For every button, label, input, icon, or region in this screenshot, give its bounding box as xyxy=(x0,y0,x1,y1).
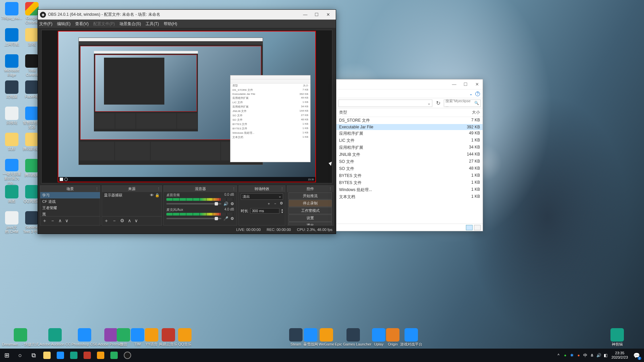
file-row[interactable]: Windows 批处理...1 KB xyxy=(336,186,483,193)
tray-icon[interactable]: ◧ xyxy=(602,349,609,362)
transition-remove-button[interactable]: － xyxy=(273,201,277,206)
scene-up-button[interactable]: ∧ xyxy=(58,218,62,224)
volume-slider[interactable] xyxy=(166,203,221,204)
explorer-search-input[interactable]: 搜索"Myeclipse ... 🔍 xyxy=(444,100,481,107)
add-scene-button[interactable]: ＋ xyxy=(42,218,47,224)
scene-item[interactable]: CF 逆战 xyxy=(40,198,100,205)
taskbar-app-icon[interactable] xyxy=(107,349,121,362)
toolbar-dropdown-icon[interactable]: ⌄ xyxy=(469,92,473,96)
file-row[interactable]: LIC 文件1 KB xyxy=(336,137,483,144)
cortana-button[interactable]: ○ xyxy=(13,349,27,362)
desktop-icon[interactable]: 回收站 xyxy=(2,107,21,133)
source-item[interactable]: 显示器捕获 👁 🔒 xyxy=(102,192,162,198)
control-button[interactable]: 退出 xyxy=(288,222,332,225)
desktop-icon[interactable]: Origin xyxy=(386,328,399,347)
control-button[interactable]: 设置 xyxy=(288,215,332,222)
gear-icon[interactable]: ⚙ xyxy=(230,201,234,206)
desktop-icon[interactable]: TIM xyxy=(131,328,144,347)
explorer-minimize-button[interactable]: — xyxy=(448,80,460,89)
menu-item[interactable]: 配置文件(P) xyxy=(93,21,115,27)
remove-scene-button[interactable]: － xyxy=(50,218,55,224)
remove-source-button[interactable]: － xyxy=(112,218,117,224)
taskbar-clock[interactable]: 23:35 2020/2/23 xyxy=(609,351,631,360)
desktop-icon[interactable]: Photoshop CS6 xyxy=(71,328,97,347)
maximize-button[interactable]: ☐ xyxy=(311,10,322,19)
desktop-icon[interactable]: 网易云音乐 xyxy=(159,328,177,347)
taskbar-explorer-icon[interactable] xyxy=(40,349,54,362)
file-row[interactable]: 文本文档1 KB xyxy=(336,193,483,200)
desktop-icon[interactable]: QQ音乐 xyxy=(178,328,192,347)
desktop-icon[interactable]: 游戏对战平台 xyxy=(400,328,422,347)
taskbar-app-icon[interactable] xyxy=(54,349,67,362)
tray-ime-icon[interactable]: 中 xyxy=(582,349,589,362)
desktop-icon[interactable]: 一键无损重新封装为 mp... xyxy=(2,159,21,185)
lock-icon[interactable]: 🔒 xyxy=(155,193,160,197)
file-row[interactable]: SO 文件48 KB xyxy=(336,165,483,172)
file-row[interactable]: JNILIB 文件144 KB xyxy=(336,151,483,158)
volume-slider[interactable] xyxy=(166,218,221,219)
desktop-icon[interactable]: WeGame xyxy=(319,328,334,347)
desktop-icon[interactable]: 此电脑 xyxy=(2,80,21,107)
file-row[interactable]: DS_STORE 文件7 KB xyxy=(336,117,483,124)
taskbar-obs-icon[interactable] xyxy=(121,349,134,362)
column-size[interactable]: 大小 xyxy=(453,110,480,115)
view-icons-button[interactable] xyxy=(474,225,481,230)
menu-item[interactable]: 查看(V) xyxy=(75,21,89,27)
speaker-icon[interactable]: 🔊 xyxy=(223,201,228,206)
source-down-button[interactable]: ∨ xyxy=(135,218,138,224)
scene-item[interactable]: 学习 xyxy=(40,192,100,198)
file-row[interactable]: 应用程序扩展49 KB xyxy=(336,130,483,137)
taskview-button[interactable]: ⧉ xyxy=(27,349,40,362)
taskbar-app-icon[interactable] xyxy=(67,349,80,362)
desktop-icon[interactable]: Steam xyxy=(289,328,303,347)
add-source-button[interactable]: ＋ xyxy=(104,218,109,224)
scene-down-button[interactable]: ∨ xyxy=(65,218,68,224)
transition-settings-button[interactable]: ⚙ xyxy=(280,201,283,206)
source-up-button[interactable]: ∧ xyxy=(128,218,131,224)
gear-icon[interactable]: ⚙ xyxy=(230,216,234,221)
desktop-icon[interactable]: 画图 xyxy=(2,185,21,211)
control-button[interactable]: 停止录制 xyxy=(288,200,332,207)
help-icon[interactable]: ? xyxy=(475,92,480,96)
duration-stepper[interactable]: ▴▾ xyxy=(281,208,283,214)
desktop-icon[interactable]: Dreamwe... - 快捷方式 xyxy=(2,328,39,347)
control-button[interactable]: 开始推流 xyxy=(288,192,332,199)
explorer-titlebar[interactable]: — ☐ ✕ xyxy=(336,79,483,89)
tray-volume-icon[interactable]: 🔊 xyxy=(595,349,602,362)
file-row[interactable]: 应用程序扩展34 KB xyxy=(336,144,483,151)
duration-input[interactable]: 300 ms xyxy=(250,208,279,214)
control-button[interactable]: 工作室模式 xyxy=(288,207,332,214)
desktop-icon[interactable]: Epic Games Launcher xyxy=(335,328,371,347)
explorer-maximize-button[interactable]: ☐ xyxy=(460,80,471,89)
desktop-icon[interactable]: 鼠标 xyxy=(2,133,21,159)
menu-item[interactable]: 文件(F) xyxy=(39,21,52,27)
desktop-icon[interactable]: 微信 xyxy=(117,328,130,347)
desktop-icon[interactable]: Adobe Audition CC xyxy=(40,328,71,347)
address-crumb[interactable]: ⌄ xyxy=(338,100,432,107)
scene-item[interactable]: 王者荣耀 xyxy=(40,205,100,211)
tray-icon[interactable]: ✱ xyxy=(569,349,575,362)
obs-titlebar[interactable]: ◉ OBS 24.0.1 (64-bit, windows) - 配置文件: 未… xyxy=(38,10,336,20)
eye-icon[interactable]: 👁 xyxy=(150,193,154,197)
desktop-icon[interactable]: 789jsq_bai... xyxy=(2,2,21,28)
column-type[interactable]: 类型 xyxy=(339,110,453,115)
menu-item[interactable]: 编辑(E) xyxy=(57,21,70,27)
file-row[interactable]: BYTES 文件1 KB xyxy=(336,172,483,179)
transition-select[interactable]: 淡出 ⌄ xyxy=(241,193,283,200)
desktop-icon[interactable]: 上网导航 xyxy=(2,28,21,54)
mic-mute-icon[interactable]: 🎤 xyxy=(223,216,228,221)
explorer-close-button[interactable]: ✕ xyxy=(471,80,483,89)
file-row[interactable]: Executable Jar File392 KB xyxy=(336,124,483,130)
desktop-icon[interactable]: YY语音 xyxy=(145,328,158,347)
taskbar-app-icon[interactable] xyxy=(94,349,107,362)
menu-item[interactable]: 工具(T) xyxy=(146,21,159,27)
desktop-icon[interactable]: Microsoft Edge xyxy=(2,54,21,80)
start-button[interactable]: ⊞ xyxy=(0,349,13,362)
transition-add-button[interactable]: ＋ xyxy=(267,201,271,206)
taskbar-app-icon[interactable] xyxy=(80,349,94,362)
tray-chevron-icon[interactable]: ^ xyxy=(555,349,562,362)
scene-item[interactable]: 黑 xyxy=(40,211,100,216)
file-row[interactable]: SO 文件27 KB xyxy=(336,158,483,165)
menu-item[interactable]: 场景集合(S) xyxy=(119,21,141,27)
file-row[interactable]: BYTES 文件1 KB xyxy=(336,179,483,186)
